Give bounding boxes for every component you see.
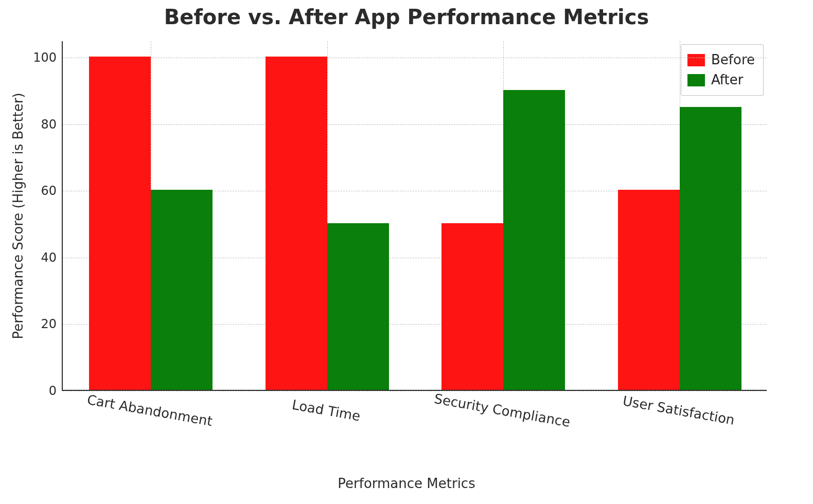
y-tick-label: 40 <box>41 250 63 265</box>
plot-area: Before After 020406080100 <box>62 41 767 391</box>
bar-after-load-time <box>327 223 389 390</box>
legend-item-before: Before <box>687 50 755 70</box>
x-tick-label: Security Compliance <box>433 391 572 430</box>
bar-before-security-compliance <box>441 223 503 390</box>
bar-after-user-satisfaction <box>680 107 741 390</box>
y-tick-label: 100 <box>33 50 63 65</box>
x-tick-label: Load Time <box>291 397 361 424</box>
y-tick-label: 80 <box>41 117 63 132</box>
bar-before-load-time <box>266 57 327 390</box>
bar-before-user-satisfaction <box>618 190 680 390</box>
x-tick-label: Cart Abandonment <box>86 392 214 429</box>
grid-line-h <box>63 58 767 58</box>
grid-line-h <box>63 391 767 391</box>
x-tick-label: User Satisfaction <box>622 393 736 428</box>
legend-label-before: Before <box>711 50 755 70</box>
y-tick-label: 0 <box>49 384 63 398</box>
x-axis-label: Performance Metrics <box>0 476 813 491</box>
bar-after-security-compliance <box>503 90 565 390</box>
bar-after-cart-abandonment <box>151 190 213 390</box>
chart-container: Before vs. After App Performance Metrics… <box>0 0 813 504</box>
grid-line-h <box>63 124 767 125</box>
legend-swatch-after <box>687 74 705 86</box>
y-tick-label: 60 <box>41 184 63 198</box>
legend-item-after: After <box>687 70 755 90</box>
legend-label-after: After <box>711 70 743 90</box>
y-axis-label: Performance Score (Higher is Better) <box>10 93 26 339</box>
legend-swatch-before <box>687 54 705 66</box>
bar-before-cart-abandonment <box>89 57 151 390</box>
y-tick-label: 20 <box>41 317 63 331</box>
chart-title: Before vs. After App Performance Metrics <box>0 5 813 29</box>
legend: Before After <box>681 44 764 96</box>
